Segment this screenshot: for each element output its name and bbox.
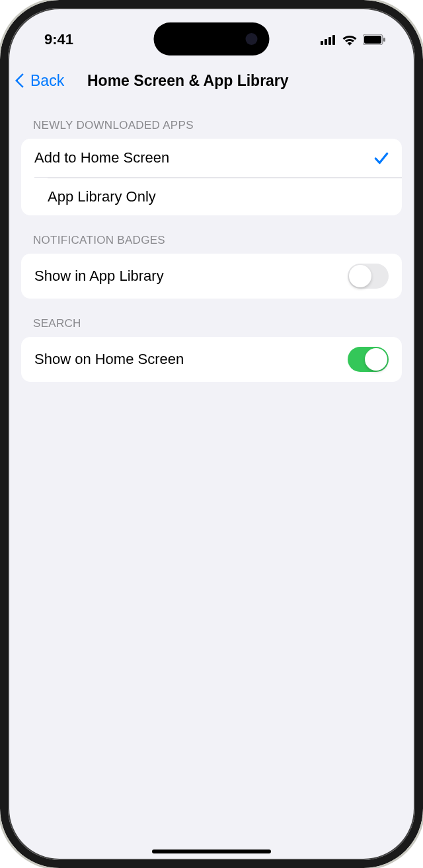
navigation-bar: Back Home Screen & App Library <box>8 61 415 100</box>
back-button[interactable]: Back <box>17 72 64 90</box>
battery-icon <box>363 34 385 45</box>
wifi-icon <box>342 34 358 46</box>
toggle-show-in-app-library[interactable] <box>348 264 389 289</box>
svg-rect-3 <box>332 35 335 45</box>
svg-rect-1 <box>325 39 327 45</box>
row-label: Show in App Library <box>34 268 164 285</box>
svg-rect-6 <box>383 38 385 42</box>
option-add-to-home-screen[interactable]: Add to Home Screen <box>21 139 402 177</box>
option-app-library-only[interactable]: App Library Only <box>34 177 402 215</box>
section-header-notification-badges: NOTIFICATION BADGES <box>21 215 402 254</box>
status-time: 9:41 <box>44 31 73 48</box>
row-show-in-app-library: Show in App Library <box>21 254 402 299</box>
cellular-signal-icon <box>321 34 336 45</box>
group-newly-downloaded: Add to Home Screen App Library Only <box>21 139 402 215</box>
section-header-search: SEARCH <box>21 299 402 337</box>
back-label: Back <box>30 72 64 90</box>
option-label: App Library Only <box>48 188 156 205</box>
chevron-left-icon <box>15 73 30 89</box>
page-title: Home Screen & App Library <box>87 72 402 90</box>
row-label: Show on Home Screen <box>34 351 184 368</box>
svg-rect-0 <box>321 41 323 45</box>
home-indicator[interactable] <box>152 850 271 853</box>
checkmark-icon <box>373 150 389 166</box>
toggle-show-on-home-screen[interactable] <box>348 347 389 372</box>
dynamic-island <box>154 22 270 55</box>
group-notification-badges: Show in App Library <box>21 254 402 299</box>
option-label: Add to Home Screen <box>34 149 169 166</box>
row-show-on-home-screen: Show on Home Screen <box>21 337 402 382</box>
section-header-newly-downloaded: NEWLY DOWNLOADED APPS <box>21 100 402 139</box>
group-search: Show on Home Screen <box>21 337 402 382</box>
svg-rect-5 <box>364 36 381 44</box>
svg-rect-2 <box>328 37 331 45</box>
